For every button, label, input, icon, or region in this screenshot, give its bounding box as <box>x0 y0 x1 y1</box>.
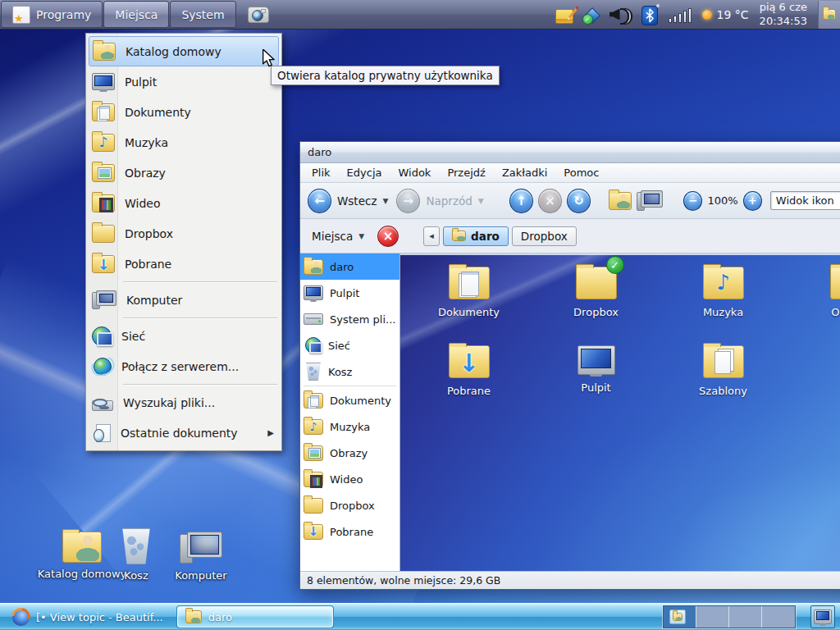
breadcrumb-label: daro <box>471 230 500 243</box>
breadcrumb-dropbox[interactable]: Dropbox <box>512 226 577 246</box>
home-toolbar-icon[interactable] <box>609 192 632 210</box>
folder-icon <box>92 225 115 243</box>
menu-pomoc[interactable]: Pomoc <box>557 165 605 180</box>
menu-plik[interactable]: Plik <box>305 165 337 180</box>
forward-button[interactable]: → <box>396 189 420 213</box>
file-grid: Dokumenty ✓ Dropbox Muzyka Obrazy <box>405 262 840 419</box>
file-pobrane[interactable]: Pobrane <box>405 340 532 419</box>
places-item-label: Wideo <box>125 197 161 210</box>
window-title: daro <box>308 146 331 158</box>
sidebar-item-pobrane[interactable]: Pobrane <box>300 518 399 545</box>
menu-programy[interactable]: Programy <box>1 1 103 28</box>
menu-widok[interactable]: Widok <box>391 165 437 180</box>
breadcrumb-daro[interactable]: daro <box>443 226 509 246</box>
home-folder-icon <box>823 9 836 20</box>
sidebar-item-system-plikow[interactable]: System pli... <box>300 306 399 332</box>
places-item-wideo[interactable]: Wideo <box>89 188 279 218</box>
up-button[interactable]: ↑ <box>509 189 533 213</box>
sidebar-item-label: Kosz <box>328 366 352 378</box>
desktop-icon-komputer[interactable]: Komputer <box>156 532 246 582</box>
places-sidebar: daro Pulpit System pli... Sieć Kosz Do <box>300 253 400 571</box>
screenshot-camera-icon[interactable] <box>248 7 269 23</box>
sidebar-item-wideo[interactable]: Wideo <box>300 466 399 492</box>
desktop-icon <box>304 285 323 300</box>
places-item-obrazy[interactable]: Obrazy <box>89 158 279 188</box>
view-mode-select[interactable]: Widok ikon <box>770 191 840 210</box>
places-item-pulpit[interactable]: Pulpit <box>89 66 279 97</box>
workspace-1[interactable] <box>664 606 696 628</box>
places-item-label: Obrazy <box>125 167 166 180</box>
clock-applet[interactable]: pią 6 cze 20:34:53 <box>760 1 807 28</box>
pictures-folder-icon <box>830 267 840 299</box>
menu-system[interactable]: System <box>170 1 235 28</box>
task-label: daro <box>208 611 232 623</box>
places-item-ostatnie-dokumenty[interactable]: Ostatnie dokumenty ▶ <box>89 418 279 448</box>
menu-zakladki[interactable]: Zakładki <box>495 165 554 180</box>
network-signal-icon[interactable] <box>669 7 692 23</box>
workspace-4[interactable] <box>762 606 795 628</box>
places-item-label: Sieć <box>121 330 145 343</box>
sidebar-item-dokumenty[interactable]: Dokumenty <box>300 387 399 413</box>
places-item-pobrane[interactable]: Pobrane <box>89 249 279 279</box>
zoom-out-button[interactable]: − <box>683 191 702 211</box>
home-folder-icon <box>304 259 323 275</box>
file-obrazy[interactable]: Obrazy <box>787 262 840 340</box>
sidebar-item-muzyka[interactable]: Muzyka <box>300 413 399 440</box>
places-item-dokumenty[interactable]: Dokumenty <box>89 97 279 127</box>
zoom-in-button[interactable]: + <box>743 191 762 211</box>
file-dokumenty[interactable]: Dokumenty <box>405 262 532 340</box>
back-dropdown-caret-icon[interactable]: ▼ <box>382 197 388 205</box>
close-sidebar-button[interactable]: × <box>377 226 399 247</box>
places-item-muzyka[interactable]: Muzyka <box>89 127 279 158</box>
notes-tray-icon[interactable] <box>555 9 573 24</box>
downloads-folder-icon <box>304 524 323 540</box>
sidebar-item-obrazy[interactable]: Obrazy <box>300 440 399 466</box>
file-dropbox[interactable]: ✓ Dropbox <box>532 262 660 340</box>
back-button[interactable]: ← <box>308 189 331 213</box>
places-item-katalog-domowy[interactable]: Katalog domowy <box>89 36 279 66</box>
file-pulpit[interactable]: Pulpit <box>532 340 660 419</box>
places-item-polacz-z-serwerem[interactable]: Połącz z serwerem... <box>89 351 279 381</box>
computer-toolbar-icon[interactable] <box>637 190 663 211</box>
show-desktop-button[interactable] <box>810 605 835 628</box>
sidebar-item-pulpit[interactable]: Pulpit <box>300 280 399 306</box>
sidebar-item-daro[interactable]: daro <box>300 253 399 280</box>
location-bar: Miejsca ▼ × ◂ daro Dropbox <box>300 219 840 253</box>
computer-icon <box>180 532 222 564</box>
computer-icon <box>92 290 116 309</box>
menu-edycja[interactable]: Edycja <box>340 165 389 180</box>
menu-przejdz[interactable]: Przejdź <box>441 165 491 180</box>
sidebar-item-dropbox[interactable]: Dropbox <box>300 492 399 518</box>
weather-applet[interactable]: 19 °C <box>702 8 749 21</box>
network-icon <box>305 337 322 354</box>
home-folder-icon <box>452 231 466 241</box>
places-item-dropbox[interactable]: Dropbox <box>89 218 279 249</box>
task-daro[interactable]: daro <box>177 606 333 628</box>
pictures-folder-icon <box>92 164 115 182</box>
icon-view[interactable]: Dokumenty ✓ Dropbox Muzyka Obrazy <box>400 253 840 571</box>
dropbox-tray-icon[interactable] <box>584 7 599 22</box>
places-item-siec[interactable]: Sieć <box>89 321 279 351</box>
menu-miejsca[interactable]: Miejsca <box>103 1 169 28</box>
places-item-komputer[interactable]: Komputer <box>89 285 279 315</box>
file-muzyka[interactable]: Muzyka <box>660 262 787 340</box>
bluetooth-icon[interactable] <box>641 6 658 25</box>
system-tray: 19 °C pią 6 cze 20:34:53 <box>555 0 840 29</box>
breadcrumb-scroll-left-button[interactable]: ◂ <box>423 226 440 246</box>
sidebar-item-kosz[interactable]: Kosz <box>300 358 399 385</box>
documents-folder-icon <box>92 103 115 121</box>
places-item-wyszukaj-pliki[interactable]: Wyszukaj pliki... <box>89 387 279 418</box>
sidebar-item-siec[interactable]: Sieć <box>300 332 399 358</box>
home-folder-applet[interactable] <box>818 1 840 29</box>
volume-icon[interactable] <box>609 7 631 23</box>
window-body: daro Pulpit System pli... Sieć Kosz Do <box>300 253 840 571</box>
file-label: Szablony <box>699 385 747 397</box>
workspace-3[interactable] <box>729 606 762 628</box>
back-button-label[interactable]: Wstecz <box>337 194 377 208</box>
reload-button[interactable]: ↻ <box>567 189 591 213</box>
file-szablony[interactable]: Szablony <box>660 340 787 419</box>
task-firefox[interactable]: [• View topic - Beautif... <box>5 606 171 628</box>
workspace-2[interactable] <box>696 606 729 628</box>
places-sidebar-select[interactable]: Miejsca ▼ <box>308 227 371 245</box>
window-titlebar[interactable]: daro <box>300 142 840 163</box>
